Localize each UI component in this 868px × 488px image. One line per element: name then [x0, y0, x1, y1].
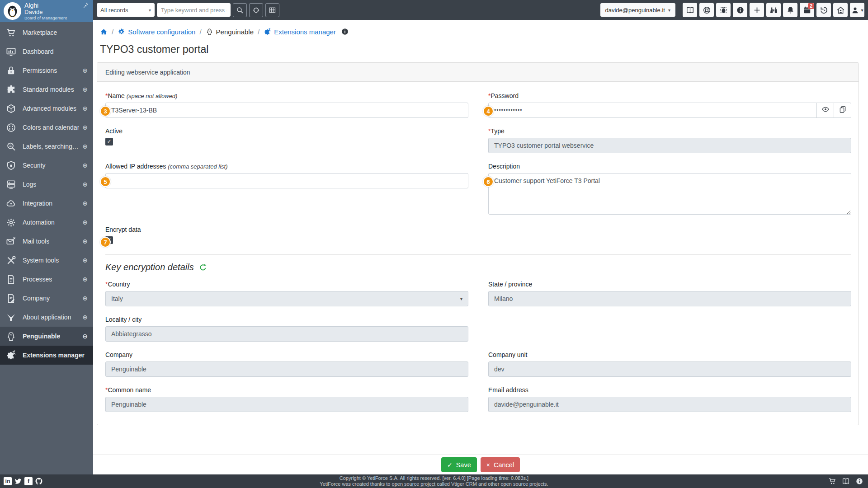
cancel-button[interactable]: × Cancel — [481, 457, 520, 472]
dashboard-icon — [6, 47, 16, 57]
hint-badge-7: 7 — [100, 237, 111, 248]
sidebar-item-extensions-manager[interactable]: Extensions manager — [0, 346, 93, 365]
sidebar-item-dashboard[interactable]: Dashboard — [0, 42, 93, 61]
gear-icon — [6, 217, 16, 228]
field-email: Email address — [488, 386, 851, 412]
sidebar-item-permissions[interactable]: Permissions⊕ — [0, 61, 93, 80]
show-password-button[interactable] — [816, 103, 834, 118]
sidebar-item-penguinable[interactable]: Penguinable⊖ — [0, 327, 93, 346]
home-shortcut-button[interactable] — [833, 3, 848, 17]
type-input — [488, 138, 851, 153]
penguin-icon — [6, 331, 16, 342]
open-source-link[interactable]: open source project — [392, 481, 436, 487]
copy-password-button[interactable] — [834, 103, 851, 118]
sidebar-item-company[interactable]: Company⊕ — [0, 289, 93, 308]
sidebar-item-processes[interactable]: Processes⊕ — [0, 270, 93, 289]
book-icon[interactable] — [842, 477, 850, 485]
refresh-icon[interactable] — [199, 263, 207, 272]
breadcrumb-extensions-manager[interactable]: Extensions manager — [264, 28, 336, 36]
expand-plus-icon[interactable]: ⊕ — [80, 257, 88, 264]
info-icon[interactable] — [855, 477, 863, 485]
field-type: *Type — [488, 127, 851, 153]
notifications-button[interactable] — [783, 3, 797, 17]
expand-plus-icon[interactable]: ⊕ — [80, 86, 88, 93]
account-menu-button[interactable]: davide@penguinable.it ▾ — [600, 3, 676, 17]
active-checkbox[interactable]: ✓ — [105, 138, 113, 145]
advanced-search-button[interactable] — [249, 3, 263, 17]
credits-suffix: called Vtiger CRM and other open source … — [435, 481, 548, 487]
sidebar-item-label: Logs — [23, 181, 36, 188]
history-button[interactable] — [816, 3, 831, 17]
allowed-ip-input[interactable] — [105, 173, 468, 188]
sidebar-item-label: Penguinable — [23, 333, 60, 340]
sidebar-item-label: Colors and calendar — [23, 124, 79, 131]
breadcrumb-home[interactable] — [100, 28, 108, 36]
country-select[interactable]: Italy ▾ — [105, 291, 468, 306]
sidebar-item-label: Automation — [23, 219, 55, 226]
global-search-input[interactable] — [157, 3, 231, 17]
sidebar-item-colors-and-calendar[interactable]: Colors and calendar⊕ — [0, 118, 93, 137]
facebook-icon[interactable]: f — [24, 477, 33, 485]
sidebar-item-standard-modules[interactable]: Standard modules⊕ — [0, 80, 93, 99]
cart-icon[interactable] — [828, 477, 836, 485]
sidebar-item-integration[interactable]: Integration⊕ — [0, 194, 93, 213]
top-toolbar: All records ▾ davide@penguinable.it ▾ 2▾ — [93, 0, 868, 20]
address-book-button[interactable] — [683, 3, 697, 17]
expand-plus-icon[interactable]: ⊕ — [80, 238, 88, 245]
field-company: Company — [105, 351, 468, 377]
user-block[interactable]: Alghi Davide Board of Management — [0, 0, 93, 22]
expand-plus-icon[interactable]: ⊕ — [80, 105, 88, 112]
support-button[interactable] — [699, 3, 714, 17]
expand-plus-icon[interactable]: ⊕ — [80, 219, 88, 226]
expand-plus-icon[interactable]: ⊕ — [80, 200, 88, 207]
grid-view-button[interactable] — [265, 3, 279, 17]
expand-plus-icon[interactable]: ⊕ — [80, 295, 88, 302]
twitter-icon[interactable] — [14, 477, 22, 485]
quick-create-button[interactable] — [750, 3, 764, 17]
expand-plus-icon[interactable]: ⊕ — [80, 67, 88, 74]
expand-plus-icon[interactable]: ⊕ — [80, 314, 88, 321]
expand-plus-icon[interactable]: ⊕ — [80, 162, 88, 169]
calendar-button[interactable]: 2 — [800, 3, 814, 17]
expand-plus-icon[interactable]: ⊕ — [80, 181, 88, 188]
breadcrumb-separator: / — [199, 28, 201, 36]
sidebar-item-security[interactable]: Security⊕ — [0, 156, 93, 175]
field-company-unit: Company unit — [488, 351, 851, 377]
sidebar-item-automation[interactable]: Automation⊕ — [0, 213, 93, 232]
sidebar-item-system-tools[interactable]: System tools⊕ — [0, 251, 93, 270]
lock-icon — [6, 66, 16, 76]
name-input[interactable] — [105, 103, 468, 118]
company-unit-input — [488, 361, 851, 377]
bug-report-button[interactable] — [716, 3, 731, 17]
records-filter-select[interactable]: All records ▾ — [97, 3, 155, 17]
save-button[interactable]: ✓ Save — [441, 457, 477, 472]
user-menu-button[interactable]: ▾ — [850, 3, 864, 17]
sidebar-item-label: Standard modules — [23, 86, 74, 93]
expand-plus-icon[interactable]: ⊕ — [80, 276, 88, 283]
expand-plus-icon[interactable]: ⊕ — [80, 143, 88, 150]
search-button[interactable] — [233, 3, 247, 17]
sidebar-item-marketplace[interactable]: Marketplace — [0, 23, 93, 42]
info-icon[interactable] — [341, 28, 349, 36]
sidebar-item-label: Dashboard — [23, 48, 54, 55]
collapse-minus-icon[interactable]: ⊖ — [80, 333, 88, 340]
yeti-icon — [6, 312, 16, 323]
puzzle-icon — [6, 84, 16, 95]
sidebar-item-about-application[interactable]: About application⊕ — [0, 308, 93, 327]
pin-sidebar-icon[interactable] — [82, 2, 89, 9]
sidebar-item-mail-tools[interactable]: Mail tools⊕ — [0, 232, 93, 251]
info-button[interactable] — [733, 3, 747, 17]
password-input[interactable] — [488, 103, 817, 118]
user-menu-icon — [851, 6, 859, 14]
description-textarea[interactable]: Customer support YetiForce T3 Portal — [488, 173, 851, 215]
sidebar-item-logs[interactable]: Logs⊕ — [0, 175, 93, 194]
github-icon[interactable] — [35, 477, 43, 485]
breadcrumb-software-configuration[interactable]: Software configuration — [118, 28, 195, 36]
linkedin-icon[interactable]: in — [4, 477, 12, 485]
sidebar-item-advanced-modules[interactable]: Advanced modules⊕ — [0, 99, 93, 118]
sidebar-item-labels-searching-a[interactable]: Labels, searching a…⊕ — [0, 137, 93, 156]
extensions-icon — [6, 350, 16, 361]
expand-plus-icon[interactable]: ⊕ — [80, 124, 88, 131]
organization-button[interactable] — [766, 3, 781, 17]
crosshair-icon — [252, 6, 260, 14]
